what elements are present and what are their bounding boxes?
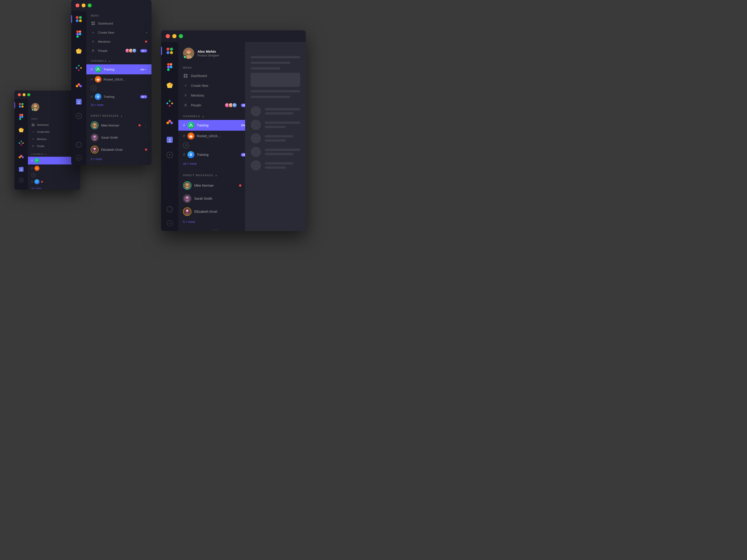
sidebar-figma-l[interactable]: [163, 61, 176, 73]
sidebar-sketch-l[interactable]: [163, 79, 176, 91]
ch-avatar-3-l: [187, 151, 195, 158]
sidebar-stripe-m[interactable]: [73, 96, 84, 108]
channel-avatar-2: R: [34, 166, 40, 171]
svg-point-53: [94, 123, 96, 125]
nav-dashboard-l[interactable]: Dashboard: [178, 71, 253, 81]
dm-sarah-m[interactable]: Sarah Smith ↓: [86, 131, 152, 143]
dm-collapse-m[interactable]: ▲: [121, 114, 123, 117]
channels-collapse[interactable]: ▲: [45, 153, 47, 155]
channel-rocket-m[interactable]: # Rocket_UI/UX...: [86, 74, 152, 84]
dm-avatar-mike: [92, 122, 98, 128]
channel-training-1-l[interactable]: # Training 234 +: [178, 120, 253, 131]
dashboard-icon-l: [183, 73, 188, 78]
svg-rect-33: [78, 65, 80, 66]
cl-1: [265, 108, 300, 110]
status-indicator-l: [183, 55, 186, 59]
settings-circle[interactable]: ⊙: [76, 155, 81, 161]
app-icon-active-m[interactable]: [75, 15, 83, 23]
app-icon-active[interactable]: [18, 102, 24, 108]
sidebar-add-l[interactable]: +: [166, 152, 173, 158]
tl-green-m[interactable]: [88, 3, 92, 7]
svg-rect-83: [186, 76, 187, 78]
tl-yellow-m[interactable]: [82, 3, 86, 7]
channel-training-2[interactable]: # T: [28, 178, 80, 186]
circle-row-2: [251, 120, 300, 130]
channel-training-1-m[interactable]: # Training 234 +: [86, 64, 152, 74]
sidebar-sketch[interactable]: [17, 126, 26, 135]
tl-red-m[interactable]: [76, 3, 80, 7]
channel-training-2-m[interactable]: # Training 24 +: [86, 91, 152, 102]
add-channel-btn-m[interactable]: +: [91, 85, 96, 91]
svg-point-99: [186, 210, 188, 212]
channels-more-l[interactable]: 10 + more: [178, 160, 253, 169]
sidebar-slack[interactable]: [17, 139, 26, 148]
sidebar-asana-m[interactable]: [73, 79, 84, 91]
tl-red[interactable]: [18, 93, 21, 96]
nav-people-l[interactable]: People 10 +: [178, 100, 253, 110]
channels-more-m[interactable]: 10 + more: [86, 102, 152, 110]
nav-create-new-l[interactable]: + Create New ▾: [178, 81, 253, 90]
sidebar-slack-l[interactable]: [163, 97, 176, 110]
ch-avatar-1: [95, 66, 101, 73]
svg-point-93: [186, 183, 188, 186]
dm-more-l[interactable]: 5 + more: [178, 218, 253, 227]
channel-rocket-l[interactable]: # Rocket_UI/UX...: [178, 131, 253, 141]
app-icon-active-l[interactable]: [165, 47, 174, 55]
tl-yellow[interactable]: [23, 93, 26, 96]
sidebar-add[interactable]: +: [19, 178, 23, 182]
sidebar-sketch-m[interactable]: [73, 45, 84, 57]
sidebar-add-m[interactable]: +: [76, 113, 82, 119]
svg-point-44: [93, 49, 94, 51]
ch-hash-1-l: #: [183, 123, 185, 127]
scroll-down[interactable]: ↓: [76, 142, 81, 148]
svg-point-85: [190, 124, 192, 125]
svg-point-84: [185, 104, 186, 105]
svg-rect-40: [91, 22, 93, 23]
avatar-wrap-l: [183, 48, 194, 59]
nav-mentions-l[interactable]: # Mentions: [178, 90, 253, 100]
cl-5: [265, 135, 293, 137]
sidebar-large: + ↓ ⊙: [161, 42, 178, 231]
svg-rect-23: [33, 125, 34, 126]
sidebar-asana[interactable]: [17, 152, 26, 161]
nav-people-m[interactable]: People 10 +: [86, 46, 152, 55]
nav-create-new-m[interactable]: + Create New ▾: [86, 28, 152, 37]
channel-rocket[interactable]: # R: [28, 164, 80, 172]
dm-label-m: DIRECT MESSAGES ▲: [86, 110, 152, 119]
people-avatars-l: [225, 103, 237, 108]
dm-collapse-l[interactable]: ▲: [215, 174, 217, 177]
nav-dashboard-m[interactable]: Dashboard: [86, 19, 152, 28]
settings-l[interactable]: ⊙: [167, 220, 173, 226]
tl-yellow-l[interactable]: [172, 34, 177, 38]
svg-point-49: [98, 96, 99, 97]
add-channel-btn-l[interactable]: +: [183, 142, 189, 149]
cl-8: [265, 153, 293, 155]
channels-more[interactable]: 10 + more: [28, 186, 80, 190]
ch-hash-1: #: [91, 67, 93, 71]
channels-collapse-m[interactable]: ▲: [108, 59, 111, 62]
svg-point-14: [19, 156, 21, 158]
dm-more-icon[interactable]: ⋮: [143, 123, 147, 127]
sidebar-asana-l[interactable]: [163, 115, 176, 128]
dm-sarah-l[interactable]: Sarah Smith ↓: [178, 192, 253, 205]
dm-more-m[interactable]: 5 + more: [86, 156, 152, 164]
add-channel-btn[interactable]: +: [31, 173, 36, 177]
sidebar-stripe[interactable]: [17, 165, 26, 174]
dm-mike-l[interactable]: Mike Norman ⋮: [178, 179, 253, 192]
dm-elliza-m[interactable]: Ellizabeth Orvel: [86, 143, 152, 156]
nav-mentions-m[interactable]: # Mentions: [86, 37, 152, 46]
channels-collapse-l[interactable]: ▲: [202, 115, 205, 117]
tl-green[interactable]: [27, 93, 30, 96]
scroll-down-l[interactable]: ↓: [167, 206, 173, 212]
sidebar-slack-m[interactable]: [73, 62, 84, 74]
circle-row-3: [251, 133, 300, 143]
tl-red-l[interactable]: [166, 34, 170, 38]
sidebar-figma-m[interactable]: [73, 28, 84, 40]
sidebar-figma[interactable]: [17, 112, 26, 122]
dm-elliza-l[interactable]: Ellizabeth Orvel: [178, 205, 253, 218]
sidebar-stripe-l[interactable]: [163, 133, 176, 146]
channel-training-2-l[interactable]: # Training 24 +: [178, 149, 253, 160]
svg-point-37: [76, 85, 78, 87]
tl-green-l[interactable]: [179, 34, 183, 38]
dm-mike-m[interactable]: Mike Norman ⋮: [86, 119, 152, 131]
